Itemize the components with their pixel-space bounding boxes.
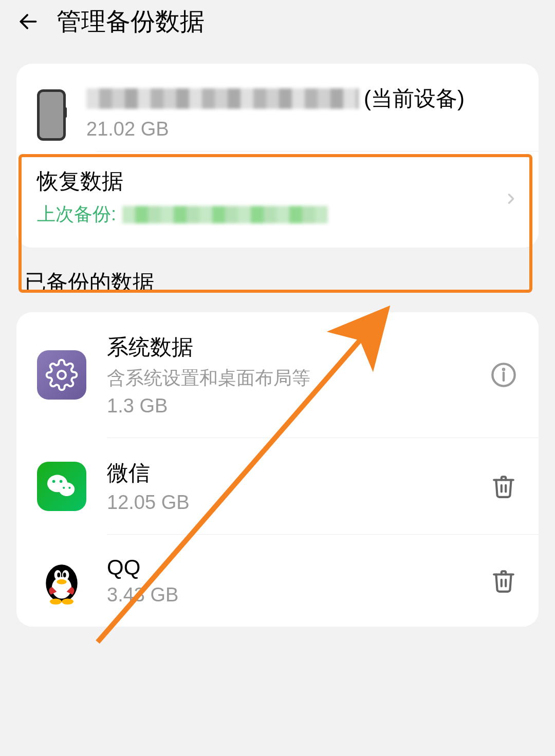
device-name: (当前设备) [86, 84, 518, 113]
svg-point-17 [57, 572, 60, 577]
chevron-right-icon [504, 187, 518, 212]
app-size: 12.05 GB [107, 492, 469, 514]
info-button[interactable] [489, 361, 518, 389]
app-size: 3.43 GB [107, 584, 469, 606]
censored-backup-date [122, 206, 328, 223]
svg-point-8 [60, 480, 63, 483]
svg-point-20 [50, 598, 62, 604]
device-size: 21.02 GB [86, 118, 518, 140]
censored-device-name [86, 88, 359, 109]
device-row[interactable]: (当前设备) 21.02 GB [16, 64, 539, 151]
info-icon [490, 362, 517, 388]
backed-up-apps-card: 系统数据 含系统设置和桌面布局等 1.3 GB 微信 [16, 312, 539, 627]
svg-point-18 [63, 572, 66, 577]
app-row-system[interactable]: 系统数据 含系统设置和桌面布局等 1.3 GB [16, 312, 539, 438]
app-size: 1.3 GB [107, 395, 469, 417]
delete-button[interactable] [489, 472, 518, 501]
restore-last-backup: 上次备份: [37, 202, 518, 227]
svg-point-1 [58, 371, 66, 379]
app-name: 系统数据 [107, 333, 469, 362]
trash-icon [491, 568, 516, 594]
trash-icon [491, 474, 516, 499]
app-row-wechat[interactable]: 微信 12.05 GB [16, 438, 539, 534]
settings-gear-icon [37, 350, 86, 400]
svg-point-10 [68, 486, 70, 488]
device-current-label: (当前设备) [364, 84, 465, 113]
device-card: (当前设备) 21.02 GB 恢复数据 上次备份: [16, 64, 539, 248]
app-desc: 含系统设置和桌面布局等 [107, 366, 469, 391]
svg-point-7 [52, 480, 55, 483]
phone-icon [37, 89, 66, 141]
app-name: QQ [107, 555, 469, 580]
restore-data-row[interactable]: 恢复数据 上次备份: [16, 152, 539, 248]
svg-point-21 [62, 598, 73, 604]
svg-point-4 [503, 369, 504, 370]
page-title: 管理备份数据 [57, 5, 205, 38]
svg-point-9 [63, 486, 65, 488]
app-name: 微信 [107, 459, 469, 487]
restore-title: 恢复数据 [37, 167, 518, 196]
delete-button[interactable] [489, 566, 518, 595]
qq-icon [37, 556, 86, 606]
back-button[interactable] [15, 9, 41, 34]
wechat-icon [37, 462, 86, 511]
backed-up-section-title: 已备份的数据 [25, 268, 530, 297]
svg-point-6 [59, 482, 75, 496]
app-row-qq[interactable]: QQ 3.43 GB [16, 535, 539, 627]
svg-point-19 [57, 579, 66, 584]
last-backup-label: 上次备份: [37, 202, 116, 227]
arrow-left-icon [17, 10, 40, 33]
header: 管理备份数据 [0, 0, 555, 48]
